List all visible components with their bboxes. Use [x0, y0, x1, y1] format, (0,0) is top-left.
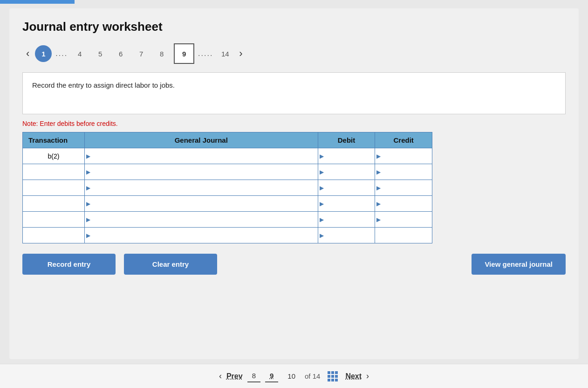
journal-cell[interactable]: ▶: [84, 228, 318, 243]
debit-input[interactable]: [318, 212, 375, 227]
page-10[interactable]: 10: [283, 370, 300, 382]
credit-input[interactable]: [375, 196, 432, 211]
credit-input[interactable]: [375, 164, 432, 180]
credit-cell[interactable]: ▶: [375, 212, 432, 228]
step-8[interactable]: 8: [153, 45, 170, 62]
journal-input[interactable]: [85, 148, 318, 164]
transaction-cell: [23, 164, 85, 180]
debit-input[interactable]: [318, 148, 375, 164]
table-row: ▶▶▶: [23, 196, 432, 212]
journal-input[interactable]: [85, 164, 318, 180]
journal-input[interactable]: [85, 196, 318, 211]
credit-input[interactable]: [375, 228, 432, 243]
page-8[interactable]: 8: [247, 370, 260, 382]
next-chevron[interactable]: ›: [366, 371, 369, 381]
credit-cell[interactable]: ▶: [375, 180, 432, 196]
journal-cell[interactable]: ▶: [84, 180, 318, 196]
dots-1: ....: [55, 49, 68, 58]
page-9[interactable]: 9: [265, 370, 278, 382]
journal-input[interactable]: [85, 180, 318, 195]
step-5[interactable]: 5: [92, 45, 109, 62]
transaction-cell: [23, 212, 85, 228]
credit-cell[interactable]: ▶: [375, 164, 432, 180]
credit-cell[interactable]: [375, 228, 432, 243]
note-text: Note: Enter debits before credits.: [22, 120, 566, 127]
debit-cell[interactable]: ▶: [318, 212, 375, 228]
transaction-cell: b(2): [23, 148, 85, 164]
credit-input[interactable]: [375, 212, 432, 227]
step-14[interactable]: 14: [217, 45, 233, 62]
main-container: Journal entry worksheet ‹ 1 .... 4 5 6 7…: [9, 8, 579, 359]
step-7[interactable]: 7: [133, 45, 150, 62]
transaction-cell: [23, 228, 85, 243]
prev-button[interactable]: Prev: [226, 372, 243, 381]
col-transaction: Transaction: [23, 132, 85, 148]
table-row: ▶▶▶: [23, 212, 432, 228]
instruction-box: Record the entry to assign direct labor …: [22, 72, 566, 114]
journal-cell[interactable]: ▶: [84, 164, 318, 180]
journal-cell[interactable]: ▶: [84, 212, 318, 228]
view-general-journal-button[interactable]: View general journal: [472, 254, 566, 275]
dots-2: .....: [198, 49, 213, 58]
debit-cell[interactable]: ▶: [318, 164, 375, 180]
journal-cell[interactable]: ▶: [84, 196, 318, 212]
journal-cell[interactable]: ▶: [84, 148, 318, 164]
transaction-cell: [23, 196, 85, 212]
table-row: ▶▶▶: [23, 180, 432, 196]
step-6[interactable]: 6: [112, 45, 129, 62]
col-debit: Debit: [318, 132, 375, 148]
col-general-journal: General Journal: [84, 132, 318, 148]
journal-input[interactable]: [85, 212, 318, 227]
page-of: of 14: [305, 372, 320, 380]
page-title: Journal entry worksheet: [22, 20, 566, 34]
debit-input[interactable]: [318, 164, 375, 180]
step-9[interactable]: 9: [174, 43, 194, 64]
journal-table: Transaction General Journal Debit Credit…: [22, 132, 432, 243]
next-button[interactable]: Next: [345, 372, 362, 381]
clear-entry-button[interactable]: Clear entry: [124, 254, 217, 275]
bottom-bar: ‹ Prev 8 9 10 of 14 Next ›: [0, 364, 588, 388]
table-row: b(2)▶▶▶: [23, 148, 432, 164]
debit-input[interactable]: [318, 228, 375, 243]
debit-cell[interactable]: ▶: [318, 228, 375, 243]
credit-input[interactable]: [375, 148, 432, 164]
step-4[interactable]: 4: [71, 45, 88, 62]
step-navigator: ‹ 1 .... 4 5 6 7 8 9 ..... 14 ›: [22, 43, 566, 64]
step-1[interactable]: 1: [35, 45, 52, 62]
transaction-cell: [23, 180, 85, 196]
grid-icon[interactable]: [325, 371, 341, 381]
button-row: Record entry Clear entry View general jo…: [22, 254, 566, 275]
table-row: ▶▶▶: [23, 164, 432, 180]
instruction-text: Record the entry to assign direct labor …: [32, 81, 175, 89]
top-bar: [0, 0, 75, 4]
credit-cell[interactable]: ▶: [375, 196, 432, 212]
next-step-arrow[interactable]: ›: [235, 47, 246, 61]
table-row: ▶▶: [23, 228, 432, 243]
prev-step-arrow[interactable]: ‹: [22, 47, 33, 61]
credit-cell[interactable]: ▶: [375, 148, 432, 164]
debit-cell[interactable]: ▶: [318, 148, 375, 164]
prev-chevron[interactable]: ‹: [219, 371, 222, 381]
credit-input[interactable]: [375, 180, 432, 195]
debit-input[interactable]: [318, 196, 375, 211]
debit-cell[interactable]: ▶: [318, 180, 375, 196]
debit-input[interactable]: [318, 180, 375, 195]
journal-input[interactable]: [85, 228, 318, 243]
col-credit: Credit: [375, 132, 432, 148]
record-entry-button[interactable]: Record entry: [22, 254, 116, 275]
debit-cell[interactable]: ▶: [318, 196, 375, 212]
